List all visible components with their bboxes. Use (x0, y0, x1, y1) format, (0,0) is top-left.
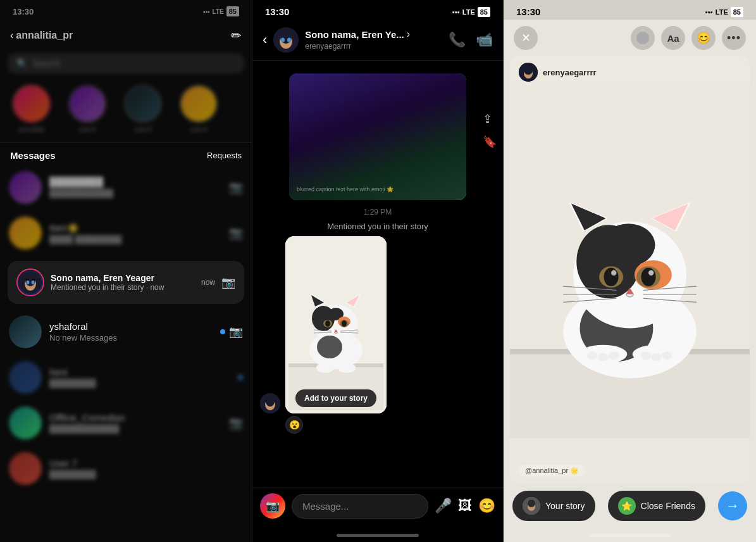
chat-avatar[interactable] (273, 27, 299, 53)
svg-point-11 (287, 38, 291, 42)
lte-icon: LTE (213, 8, 224, 15)
back-button-chat[interactable]: ‹ (263, 32, 267, 48)
lte-text-p3: LTE (716, 8, 728, 16)
msg-actions-1: 📷 (229, 180, 243, 194)
story-label-2: user2 (78, 125, 96, 133)
close-story-button[interactable]: ✕ (514, 26, 538, 50)
story-item-3[interactable]: user3 (119, 85, 167, 133)
status-icons-panel3: ▪▪▪ LTE 85 (705, 7, 743, 17)
gallery-icon[interactable]: 🖼 (458, 498, 472, 514)
message-input[interactable]: Message... (292, 494, 428, 519)
edit-icon[interactable]: ✏ (231, 28, 242, 43)
microphone-icon[interactable]: 🎤 (435, 498, 452, 514)
camera-icon-2[interactable]: 📷 (229, 226, 243, 240)
story-avatar-3 (124, 85, 162, 123)
svg-point-70 (587, 351, 598, 360)
notif-content: Sono nama, Eren Yeager Mentioned you in … (51, 273, 195, 292)
post-caption: blurred caption text here with emoji 🌟 (297, 186, 459, 194)
message-item-2[interactable]: itani🌟 ████ ████████ 📷 (0, 210, 252, 256)
sticker-icon[interactable]: 😊 (478, 498, 495, 514)
msg-content-6: Offline_Comedian ████████████ (49, 412, 221, 434)
msg-avatar-2 (9, 217, 42, 249)
camera-icon-6[interactable]: 📷 (229, 416, 243, 430)
story-label-4: user4 (190, 125, 208, 133)
send-story-button[interactable]: → (718, 491, 747, 520)
dm-list-header: ‹ annalitia_pr ✏ (0, 19, 252, 48)
svg-rect-6 (32, 279, 35, 280)
your-story-option[interactable]: Your story (512, 491, 595, 521)
msg-preview-7: ████████ (49, 470, 235, 479)
message-item-4[interactable]: yshaforal No new Messages 📷 (0, 309, 252, 355)
message-item-1[interactable]: ████████ ███████████ 📷 (0, 165, 252, 210)
unread-dot-4 (220, 329, 225, 334)
requests-button[interactable]: Requests (207, 151, 242, 160)
sender-avatar (260, 393, 280, 413)
message-item-7[interactable]: User 7 ████████ (0, 446, 252, 491)
msg-avatar-img-1 (9, 171, 42, 204)
message-item-5[interactable]: heni ████████ (0, 355, 252, 400)
shared-post: ACA blurred caption text here with emoji… (289, 73, 466, 200)
svg-point-72 (609, 351, 619, 360)
chat-info: Sono nama, Eren Ye... › erenyaegarrrr (305, 28, 442, 51)
sticker-tool-button[interactable]: 😊 (691, 26, 716, 50)
bookmark-tool-icon[interactable]: 🔖 (483, 135, 497, 149)
camera-icon-1[interactable]: 📷 (229, 180, 243, 194)
more-options-button[interactable]: ••• (722, 26, 746, 50)
msg-content-7: User 7 ████████ (49, 458, 235, 479)
msg-actions-5 (238, 375, 243, 380)
story-capture-button[interactable] (631, 26, 655, 50)
msg-actions-4: 📷 (220, 325, 243, 339)
story-item-1[interactable]: annalitia (8, 85, 56, 133)
message-item-6[interactable]: Offline_Comedian ████████████ 📷 (0, 400, 252, 446)
add-to-story-button[interactable]: Add to your story (295, 389, 376, 407)
story-item-4[interactable]: user4 (175, 85, 223, 133)
chat-name[interactable]: Sono nama, Eren Ye... (305, 29, 404, 40)
svg-point-38 (317, 336, 342, 358)
close-friends-option[interactable]: ⭐ Close Friends (608, 491, 705, 521)
video-icon[interactable]: 📹 (476, 32, 493, 48)
story-item-2[interactable]: user2 (63, 85, 111, 133)
story-mention-card: Add to your story (285, 236, 387, 413)
messages-title: Messages (10, 150, 56, 161)
svg-point-37 (338, 363, 356, 373)
msg-avatar-1 (9, 171, 42, 204)
notification-banner[interactable]: Sono nama, Eren Yeager Mentioned you in … (8, 261, 244, 304)
messages-section-header: Messages Requests (0, 145, 252, 165)
emoji-sticker-icon: 😊 (697, 31, 710, 45)
svg-point-75 (662, 351, 672, 360)
sender-avatar-svg (260, 393, 280, 413)
msg-name-4: yshaforal (49, 321, 213, 332)
time-panel3: 13:30 (516, 6, 540, 17)
search-bar[interactable]: 🔍 Search (8, 53, 244, 73)
svg-point-58 (641, 268, 655, 286)
camera-icon-4[interactable]: 📷 (229, 325, 243, 339)
send-tool-icon[interactable]: ⇪ (483, 112, 497, 126)
story-cat-area: @annalitia_pr 🌟 (510, 85, 750, 484)
phone-icon[interactable]: 📞 (449, 32, 466, 48)
time-panel2: 13:30 (265, 6, 289, 17)
svg-point-56 (604, 268, 618, 286)
msg-name-6: Offline_Comedian (49, 412, 221, 423)
msg-content-5: heni ████████ (49, 367, 230, 388)
back-button-p1[interactable]: ‹ annalitia_pr (10, 30, 73, 41)
msg-actions-6: 📷 (229, 416, 243, 430)
msg-content-1: ████████ ███████████ (49, 177, 221, 198)
close-friends-label: Close Friends (641, 501, 695, 511)
story-bottom-bar: Your story ⭐ Close Friends → (504, 484, 756, 534)
input-icons: 🎤 🖼 😊 (435, 498, 495, 514)
circle-icon (636, 32, 649, 44)
svg-point-49 (602, 224, 655, 266)
notif-camera-icon[interactable]: 📷 (221, 275, 235, 289)
back-arrow-icon: ‹ (10, 30, 13, 41)
story-card-inner: Add to your story (285, 236, 387, 413)
cat-illustration-card (288, 239, 383, 410)
text-tool-button[interactable]: Aa (661, 26, 685, 50)
story-label-1: annalitia (19, 125, 45, 133)
chat-avatar-svg (273, 27, 299, 53)
msg-avatar-7 (9, 452, 42, 485)
your-story-avatar-svg (523, 497, 540, 515)
camera-button[interactable]: 📷 (260, 493, 285, 519)
story-card[interactable]: Add to your story (285, 236, 387, 413)
reaction-emoji[interactable]: 😮 (285, 416, 303, 434)
story-avatar-2 (68, 85, 106, 123)
